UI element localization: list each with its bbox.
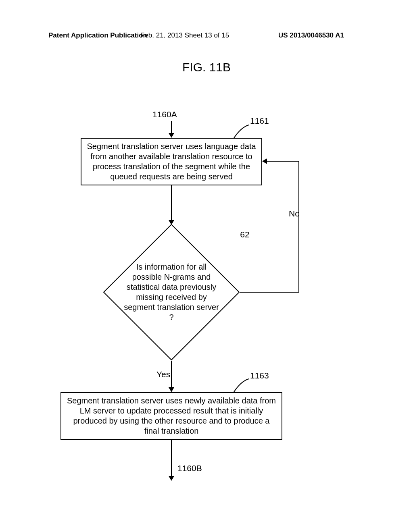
no-branch-v [298,161,299,293]
decision-yes-label: Yes [156,370,170,379]
header-right: US 2013/0046530 A1 [278,31,344,39]
ref-1163-label: 1163 [250,371,269,380]
figure-title: FIG. 11B [0,60,413,74]
decision-1162-text: Is information for all possible N-grams … [103,224,240,361]
decision-1162: Is information for all possible N-grams … [103,224,240,361]
process-box-1161-text: Segment translation server uses language… [86,141,257,182]
arrow-decision-to-box2-head [169,387,174,392]
header-mid: Feb. 21, 2013 Sheet 13 of 15 [140,31,229,39]
decision-no-label: No [289,209,300,218]
arrow-decision-to-box2-line [171,361,172,387]
connector-top-label: 1160A [152,110,177,119]
arrow-box1-to-decision-line [171,185,172,220]
process-box-1163: Segment translation server uses newly av… [60,392,282,440]
arrow-box2-to-bottom-line [171,440,172,476]
no-branch-h1 [240,292,299,293]
process-box-1163-text: Segment translation server uses newly av… [65,396,277,436]
arrow-box2-to-bottom-head [169,476,174,481]
decision-1162-text-span: Is information for all possible N-grams … [123,262,220,322]
ref-1163-leader [232,378,252,394]
process-box-1161: Segment translation server uses language… [81,138,262,185]
connector-bottom-label: 1160B [177,463,202,473]
arrow-top-to-box1-line [171,121,172,133]
header-left: Patent Application Publication [48,31,147,39]
no-branch-h2 [267,161,299,162]
no-branch-head [262,158,267,164]
arrow-top-to-box1-head [169,133,174,138]
page: Patent Application Publication Feb. 21, … [0,0,413,532]
ref-1161-label: 1161 [250,116,269,126]
